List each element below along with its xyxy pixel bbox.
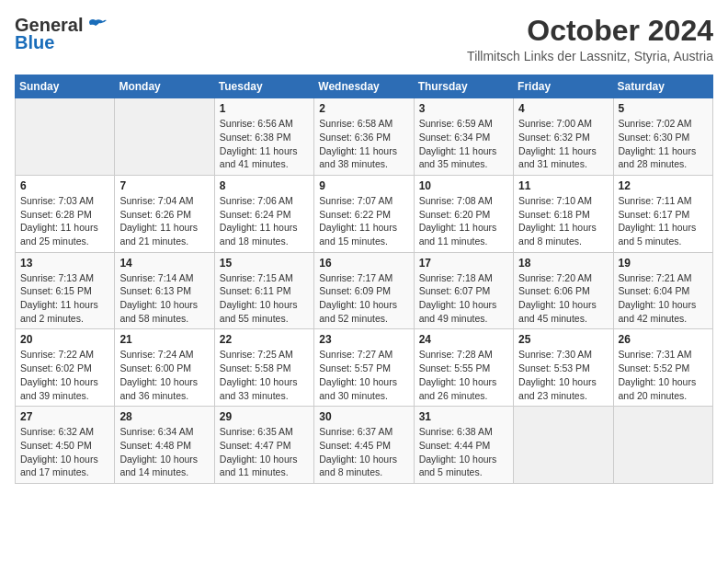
calendar-cell: 14Sunrise: 7:14 AM Sunset: 6:13 PM Dayli… xyxy=(115,252,214,329)
day-number: 9 xyxy=(319,179,408,192)
calendar-cell: 4Sunrise: 7:00 AM Sunset: 6:32 PM Daylig… xyxy=(514,98,613,176)
calendar-cell: 7Sunrise: 7:04 AM Sunset: 6:26 PM Daylig… xyxy=(115,175,214,252)
calendar-cell: 20Sunrise: 7:22 AM Sunset: 6:02 PM Dayli… xyxy=(16,329,115,407)
day-number: 5 xyxy=(619,102,708,115)
day-header-saturday: Saturday xyxy=(613,75,712,98)
calendar-cell xyxy=(613,407,712,484)
day-header-friday: Friday xyxy=(514,75,613,98)
calendar-cell: 26Sunrise: 7:31 AM Sunset: 5:52 PM Dayli… xyxy=(613,329,712,407)
day-detail: Sunrise: 6:32 AM Sunset: 4:50 PM Dayligh… xyxy=(20,425,109,479)
day-detail: Sunrise: 7:13 AM Sunset: 6:15 PM Dayligh… xyxy=(20,271,109,326)
day-header-wednesday: Wednesday xyxy=(314,75,414,98)
calendar-cell: 5Sunrise: 7:02 AM Sunset: 6:30 PM Daylig… xyxy=(613,98,712,176)
day-detail: Sunrise: 7:06 AM Sunset: 6:24 PM Dayligh… xyxy=(220,194,309,248)
day-number: 15 xyxy=(220,257,309,270)
logo: General Blue xyxy=(15,15,107,53)
day-number: 11 xyxy=(518,179,608,192)
calendar-cell: 16Sunrise: 7:17 AM Sunset: 6:09 PM Dayli… xyxy=(314,252,414,329)
day-number: 18 xyxy=(518,257,608,270)
day-number: 30 xyxy=(319,410,408,423)
day-detail: Sunrise: 7:25 AM Sunset: 5:58 PM Dayligh… xyxy=(220,348,309,402)
day-detail: Sunrise: 7:04 AM Sunset: 6:26 PM Dayligh… xyxy=(119,194,209,248)
calendar-cell: 27Sunrise: 6:32 AM Sunset: 4:50 PM Dayli… xyxy=(16,407,115,484)
calendar-week-1: 1Sunrise: 6:56 AM Sunset: 6:38 PM Daylig… xyxy=(16,98,713,176)
calendar-cell: 18Sunrise: 7:20 AM Sunset: 6:06 PM Dayli… xyxy=(514,252,613,329)
day-detail: Sunrise: 6:34 AM Sunset: 4:48 PM Dayligh… xyxy=(119,425,209,479)
day-number: 14 xyxy=(119,257,209,270)
day-number: 23 xyxy=(319,333,408,346)
day-detail: Sunrise: 7:27 AM Sunset: 5:57 PM Dayligh… xyxy=(319,348,408,402)
calendar-week-2: 6Sunrise: 7:03 AM Sunset: 6:28 PM Daylig… xyxy=(16,175,713,252)
day-detail: Sunrise: 6:35 AM Sunset: 4:47 PM Dayligh… xyxy=(220,425,309,479)
calendar-cell: 9Sunrise: 7:07 AM Sunset: 6:22 PM Daylig… xyxy=(314,175,414,252)
day-number: 12 xyxy=(619,179,708,192)
calendar-week-3: 13Sunrise: 7:13 AM Sunset: 6:15 PM Dayli… xyxy=(16,252,713,329)
calendar-cell: 31Sunrise: 6:38 AM Sunset: 4:44 PM Dayli… xyxy=(414,407,513,484)
day-detail: Sunrise: 7:22 AM Sunset: 6:02 PM Dayligh… xyxy=(20,348,109,402)
calendar-cell: 13Sunrise: 7:13 AM Sunset: 6:15 PM Dayli… xyxy=(16,252,115,329)
calendar-cell: 25Sunrise: 7:30 AM Sunset: 5:53 PM Dayli… xyxy=(514,329,613,407)
day-header-thursday: Thursday xyxy=(414,75,513,98)
day-number: 20 xyxy=(20,333,109,346)
day-number: 1 xyxy=(220,102,309,115)
day-detail: Sunrise: 7:02 AM Sunset: 6:30 PM Dayligh… xyxy=(619,117,708,171)
day-detail: Sunrise: 6:37 AM Sunset: 4:45 PM Dayligh… xyxy=(319,425,408,479)
day-number: 7 xyxy=(119,179,209,192)
day-detail: Sunrise: 7:18 AM Sunset: 6:07 PM Dayligh… xyxy=(419,271,508,326)
calendar-cell: 17Sunrise: 7:18 AM Sunset: 6:07 PM Dayli… xyxy=(414,252,513,329)
calendar-cell: 28Sunrise: 6:34 AM Sunset: 4:48 PM Dayli… xyxy=(115,407,214,484)
day-header-sunday: Sunday xyxy=(16,75,115,98)
day-detail: Sunrise: 7:07 AM Sunset: 6:22 PM Dayligh… xyxy=(319,194,408,248)
calendar-cell xyxy=(115,98,214,176)
day-header-tuesday: Tuesday xyxy=(214,75,313,98)
calendar-cell: 11Sunrise: 7:10 AM Sunset: 6:18 PM Dayli… xyxy=(514,175,613,252)
page-header: General Blue October 2024 Tillmitsch Lin… xyxy=(15,15,713,63)
calendar-cell: 3Sunrise: 6:59 AM Sunset: 6:34 PM Daylig… xyxy=(414,98,513,176)
location-subtitle: Tillmitsch Links der Lassnitz, Styria, A… xyxy=(467,49,713,63)
day-number: 6 xyxy=(20,179,109,192)
day-number: 10 xyxy=(419,179,508,192)
calendar-cell xyxy=(514,407,613,484)
day-header-monday: Monday xyxy=(115,75,214,98)
title-block: October 2024 Tillmitsch Links der Lassni… xyxy=(467,15,713,63)
day-number: 19 xyxy=(619,257,708,270)
day-number: 8 xyxy=(220,179,309,192)
day-detail: Sunrise: 7:03 AM Sunset: 6:28 PM Dayligh… xyxy=(20,194,109,248)
day-number: 26 xyxy=(619,333,708,346)
day-detail: Sunrise: 7:17 AM Sunset: 6:09 PM Dayligh… xyxy=(319,271,408,326)
calendar-cell: 6Sunrise: 7:03 AM Sunset: 6:28 PM Daylig… xyxy=(16,175,115,252)
calendar-cell: 10Sunrise: 7:08 AM Sunset: 6:20 PM Dayli… xyxy=(414,175,513,252)
calendar-cell: 19Sunrise: 7:21 AM Sunset: 6:04 PM Dayli… xyxy=(613,252,712,329)
logo-bird-icon xyxy=(86,18,107,33)
day-number: 16 xyxy=(319,257,408,270)
calendar-cell: 12Sunrise: 7:11 AM Sunset: 6:17 PM Dayli… xyxy=(613,175,712,252)
day-number: 3 xyxy=(419,102,508,115)
day-detail: Sunrise: 7:24 AM Sunset: 6:00 PM Dayligh… xyxy=(119,348,209,402)
calendar-cell: 1Sunrise: 6:56 AM Sunset: 6:38 PM Daylig… xyxy=(214,98,313,176)
calendar-week-4: 20Sunrise: 7:22 AM Sunset: 6:02 PM Dayli… xyxy=(16,329,713,407)
day-number: 21 xyxy=(119,333,209,346)
calendar-cell: 24Sunrise: 7:28 AM Sunset: 5:55 PM Dayli… xyxy=(414,329,513,407)
calendar-cell: 22Sunrise: 7:25 AM Sunset: 5:58 PM Dayli… xyxy=(214,329,313,407)
day-number: 31 xyxy=(419,410,508,423)
day-detail: Sunrise: 7:15 AM Sunset: 6:11 PM Dayligh… xyxy=(220,271,309,326)
day-detail: Sunrise: 7:14 AM Sunset: 6:13 PM Dayligh… xyxy=(119,271,209,326)
day-number: 25 xyxy=(518,333,608,346)
calendar-cell: 29Sunrise: 6:35 AM Sunset: 4:47 PM Dayli… xyxy=(214,407,313,484)
day-detail: Sunrise: 7:31 AM Sunset: 5:52 PM Dayligh… xyxy=(619,348,708,402)
day-number: 24 xyxy=(419,333,508,346)
day-detail: Sunrise: 6:59 AM Sunset: 6:34 PM Dayligh… xyxy=(419,117,508,171)
day-number: 13 xyxy=(20,257,109,270)
calendar-week-5: 27Sunrise: 6:32 AM Sunset: 4:50 PM Dayli… xyxy=(16,407,713,484)
day-detail: Sunrise: 6:58 AM Sunset: 6:36 PM Dayligh… xyxy=(319,117,408,171)
day-number: 28 xyxy=(119,410,209,423)
calendar-table: SundayMondayTuesdayWednesdayThursdayFrid… xyxy=(15,75,713,484)
calendar-cell: 8Sunrise: 7:06 AM Sunset: 6:24 PM Daylig… xyxy=(214,175,313,252)
day-detail: Sunrise: 7:21 AM Sunset: 6:04 PM Dayligh… xyxy=(619,271,708,326)
calendar-cell: 21Sunrise: 7:24 AM Sunset: 6:00 PM Dayli… xyxy=(115,329,214,407)
calendar-cell xyxy=(16,98,115,176)
day-number: 2 xyxy=(319,102,408,115)
day-detail: Sunrise: 7:00 AM Sunset: 6:32 PM Dayligh… xyxy=(518,117,608,171)
day-number: 27 xyxy=(20,410,109,423)
day-detail: Sunrise: 7:08 AM Sunset: 6:20 PM Dayligh… xyxy=(419,194,508,248)
